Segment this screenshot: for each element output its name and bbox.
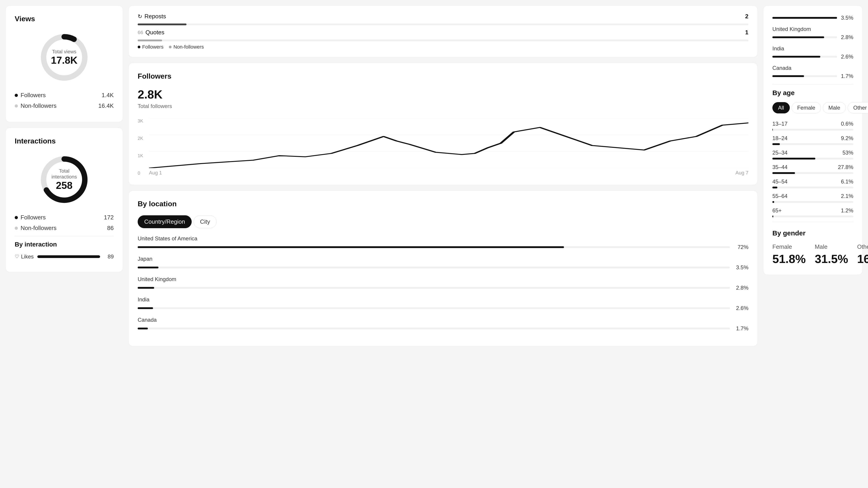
age-range-18-24: 18–24 [772, 135, 787, 141]
age-tab-all[interactable]: All [772, 102, 790, 113]
x-label-aug7: Aug 7 [736, 170, 749, 176]
country-pct-uk-right: 2.8% [840, 34, 853, 40]
age-35-44: 35–44 27.8% [772, 164, 853, 174]
interactions-nonfollowers-value: 86 [107, 225, 114, 232]
interactions-followers-label: Followers [21, 214, 46, 221]
right-column: 3.5% United Kingdom 2.8% India [763, 5, 863, 346]
refresh-icon: ↻ [138, 13, 142, 20]
age-filter-tabs[interactable]: All Female Male Other [772, 102, 853, 113]
views-followers-value: 1.4K [102, 92, 114, 99]
x-label-aug1: Aug 1 [149, 170, 162, 176]
by-location-card: By location Country/Region City United S… [128, 191, 758, 346]
x-axis-labels: Aug 1 Aug 7 [149, 170, 748, 176]
views-donut-container: Total views 17.8K [15, 30, 114, 85]
age-range-65plus: 65+ [772, 207, 782, 214]
interactions-donut: Total interactions 258 [37, 153, 91, 207]
followers-dot-small [138, 46, 141, 48]
followers-title: Followers [138, 72, 748, 80]
likes-bar-container [37, 255, 100, 258]
followers-dot [15, 94, 18, 97]
country-bar-india-right [772, 56, 820, 58]
nonfollowers-dot-small [169, 46, 172, 48]
views-followers-label: Followers [21, 92, 46, 99]
reposts-quotes-card: ↻ Reposts 2 66 Quotes 1 [128, 5, 758, 57]
quotes-row: 66 Quotes 1 [138, 29, 748, 36]
divider [15, 236, 114, 236]
country-bar-uk-right [772, 36, 824, 38]
tab-country-region[interactable]: Country/Region [138, 215, 192, 228]
views-nonfollowers-label: Non-followers [21, 102, 57, 109]
gender-other-value: 16.7% [857, 252, 868, 266]
country-bar-canada-right [772, 75, 804, 77]
reposts-bar-fill [138, 24, 186, 25]
interactions-followers-dot [15, 216, 18, 219]
reposts-bar-wrap [138, 24, 748, 25]
views-title: Views [15, 15, 114, 23]
country-bar-japan-right [772, 17, 837, 19]
age-bar-18-24 [772, 143, 780, 145]
location-name-canada: Canada [138, 317, 748, 323]
interactions-donut-label: Total interactions 258 [51, 168, 78, 191]
age-bar-13-17 [772, 129, 773, 131]
views-nonfollowers-value: 16.4K [98, 102, 114, 109]
quotes-count: 1 [745, 29, 748, 36]
quotes-bar-wrap [138, 39, 748, 41]
age-tab-female[interactable]: Female [792, 102, 821, 113]
location-bar-japan [138, 267, 158, 268]
age-range-35-44: 35–44 [772, 164, 787, 170]
followers-line-chart [149, 119, 748, 168]
tab-city[interactable]: City [193, 215, 217, 228]
age-pct-55-64: 2.1% [841, 193, 853, 199]
location-item-uk: United Kingdom 2.8% [138, 276, 748, 291]
age-pct-35-44: 27.8% [838, 164, 853, 170]
country-item-canada-right: Canada 1.7% [772, 65, 853, 79]
location-pct-uk: 2.8% [733, 285, 748, 291]
nonfollowers-legend-label: Non-followers [174, 44, 204, 50]
location-item-usa: United States of America 72% [138, 235, 748, 250]
age-55-64: 55–64 2.1% [772, 193, 853, 203]
gender-other-label: Other [857, 243, 868, 250]
age-tab-male[interactable]: Male [823, 102, 846, 113]
location-name-india: India [138, 296, 748, 303]
age-bar-35-44 [772, 172, 795, 174]
age-bar-45-54 [772, 187, 777, 188]
location-tabs[interactable]: Country/Region City [138, 215, 748, 228]
y-label-0: 0 [138, 170, 143, 176]
interactions-followers-legend: Followers 172 [15, 214, 114, 221]
y-axis-labels: 3K 2K 1K 0 [138, 119, 143, 176]
country-item-uk-right: United Kingdom 2.8% [772, 26, 853, 40]
reposts-label: Reposts [145, 13, 166, 20]
age-range-45-54: 45–54 [772, 178, 787, 185]
quotes-prefix: 66 [138, 30, 143, 35]
followers-total: 2.8K [138, 88, 748, 101]
by-interaction-title: By interaction [15, 241, 114, 248]
age-13-17: 13–17 0.6% [772, 121, 853, 131]
location-name-uk: United Kingdom [138, 276, 748, 283]
age-pct-18-24: 9.2% [841, 135, 853, 141]
age-bar-65plus [772, 216, 773, 217]
location-list: United States of America 72% Japan [138, 235, 748, 332]
followers-subtitle: Total followers [138, 103, 748, 109]
location-name-usa: United States of America [138, 235, 748, 242]
gender-female-value: 51.8% [772, 252, 806, 266]
age-pct-13-17: 0.6% [841, 121, 853, 127]
location-pct-japan: 3.5% [733, 264, 748, 271]
right-country-list: 3.5% United Kingdom 2.8% India [772, 15, 853, 79]
location-pct-canada: 1.7% [733, 325, 748, 332]
likes-bar-fill [37, 255, 100, 258]
gender-female: Female 51.8% [772, 243, 806, 266]
country-item-japan: 3.5% [772, 15, 853, 21]
location-bar-usa [138, 246, 564, 248]
location-bar-uk [138, 287, 154, 289]
views-total-value: 17.8K [51, 55, 77, 66]
chart-wrapper: 3K 2K 1K 0 Aug 1 Aug 7 [138, 119, 748, 176]
left-column: Views Total views 17.8K Followers [5, 5, 123, 346]
age-bar-25-34 [772, 158, 815, 160]
age-tab-other[interactable]: Other [848, 102, 868, 113]
y-label-1k: 1K [138, 153, 143, 158]
age-range-25-34: 25–34 [772, 150, 787, 156]
location-item-japan: Japan 3.5% [138, 256, 748, 271]
location-bar-canada [138, 328, 148, 329]
followers-chart [149, 119, 748, 168]
interactions-total-value: 258 [51, 180, 78, 191]
